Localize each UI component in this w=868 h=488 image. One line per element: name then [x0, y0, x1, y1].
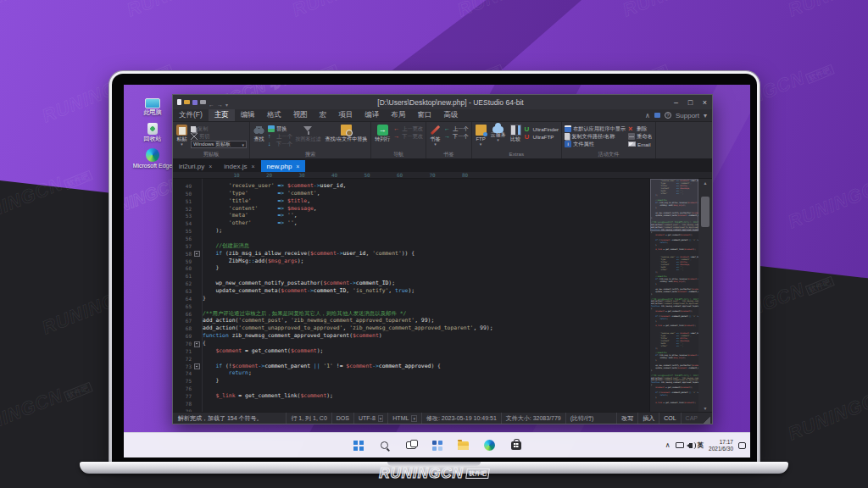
start-button[interactable]: [350, 437, 367, 454]
tray-monitor-icon[interactable]: [676, 442, 684, 448]
fold-margin: [192, 242, 203, 250]
notification-center-icon[interactable]: [738, 442, 746, 449]
next-bookmark-button[interactable]: 下一个: [444, 133, 469, 140]
resize-grip[interactable]: [704, 417, 710, 424]
rename-file-button[interactable]: 重命名: [628, 133, 653, 140]
clipboard-select[interactable]: Windows 剪贴板▾: [191, 141, 247, 148]
store-button[interactable]: [508, 437, 525, 454]
replace-button[interactable]: 替换: [268, 125, 292, 132]
tray-chevron-icon[interactable]: ∧: [665, 441, 670, 449]
scrollbar-thumb[interactable]: [701, 197, 709, 227]
qa-caret-down-icon[interactable]: [225, 95, 228, 110]
fold-margin: [192, 235, 203, 242]
help-icon[interactable]: ?: [665, 112, 671, 119]
delete-file-button[interactable]: 删除: [628, 125, 653, 132]
menu-tab-项目[interactable]: 项目: [332, 109, 359, 121]
fold-margin: [192, 302, 203, 310]
code-editor[interactable]: 49 'receive_user' => $comment->user_id,5…: [173, 179, 649, 412]
qa-print-icon[interactable]: [200, 100, 206, 104]
layout-panel-icon[interactable]: [654, 113, 660, 118]
paste-button[interactable]: 粘贴▾: [175, 124, 188, 151]
fold-marker-icon[interactable]: [192, 363, 203, 370]
status-segment[interactable]: HTML▾: [387, 413, 421, 424]
close-tab-icon[interactable]: ×: [209, 164, 212, 169]
copy-path-button[interactable]: 复制文件路径/名称: [565, 133, 626, 140]
tray-clock[interactable]: 17:17 2021/6/30: [709, 439, 733, 452]
menu-tab-编辑[interactable]: 编辑: [235, 109, 261, 121]
compare-button[interactable]: 比较: [509, 124, 522, 151]
status-toggle-COL[interactable]: COL: [659, 413, 680, 424]
qa-undo-icon[interactable]: [209, 95, 214, 110]
minimap-viewport[interactable]: [650, 179, 698, 231]
show-in-default-app-button[interactable]: 在默认应用程序中显示: [565, 125, 626, 132]
menu-tab-主页[interactable]: 主页: [209, 109, 235, 121]
file-properties-button[interactable]: 文件属性: [565, 141, 626, 147]
maximize-button[interactable]: □: [683, 95, 698, 109]
fold-margin: [192, 287, 203, 295]
search-button[interactable]: [376, 437, 393, 454]
file-explorer-button[interactable]: [455, 437, 472, 454]
menu-tab-布局[interactable]: 布局: [385, 109, 411, 121]
edge-button[interactable]: [481, 437, 498, 454]
tray-speaker-icon[interactable]: [689, 443, 693, 448]
menu-tab-文件(F)[interactable]: 文件(F): [173, 109, 209, 121]
scroll-down-icon[interactable]: ▼: [704, 404, 708, 412]
qa-new-file-icon[interactable]: [177, 99, 181, 105]
goto-line-button[interactable]: 转到行: [374, 124, 391, 151]
menu-tab-宏[interactable]: 宏: [314, 109, 333, 121]
minimap[interactable]: 'receive_user' => $comment->user_id, 'ty…: [649, 179, 698, 412]
status-toggle-改写[interactable]: 改写: [616, 413, 637, 424]
scrollbar-track[interactable]: [698, 186, 712, 404]
status-segment[interactable]: 行 1, 列 1, C0: [286, 413, 331, 424]
desktop-icon-recycle-bin[interactable]: 回收站: [129, 119, 176, 141]
close-tab-icon[interactable]: ×: [296, 164, 299, 169]
scroll-up-icon[interactable]: ▲: [704, 179, 708, 186]
desktop-icon-edge[interactable]: Microsoft Edge: [129, 147, 176, 169]
fold-marker-icon[interactable]: [192, 340, 203, 347]
email-file-button[interactable]: Email: [628, 141, 653, 147]
minimize-button[interactable]: –: [669, 95, 683, 109]
close-tab-icon[interactable]: ×: [251, 164, 254, 169]
task-view-button[interactable]: [403, 437, 420, 454]
status-segment[interactable]: (比特/行): [565, 413, 598, 424]
title-bar[interactable]: [D:\Users\Desktop\new.php] - UEStudio 64…: [173, 95, 712, 109]
code-line: 72: [173, 355, 649, 363]
bookmark-button[interactable]: 书签▾: [429, 124, 442, 151]
status-toggle-CAP[interactable]: CAP: [681, 413, 702, 424]
menu-tab-窗口[interactable]: 窗口: [411, 109, 437, 121]
menu-tab-高级[interactable]: 高级: [437, 109, 464, 121]
menu-tab-格式[interactable]: 格式: [261, 109, 287, 121]
find-button[interactable]: 查找: [253, 124, 265, 151]
support-link[interactable]: Support: [676, 112, 699, 119]
menu-tab-编译[interactable]: 编译: [359, 109, 385, 121]
ftp-button[interactable]: FTP▾: [475, 124, 487, 151]
cloud-button[interactable]: 云服务▾: [490, 124, 507, 151]
file-tab-index.js[interactable]: index.js×: [218, 160, 260, 172]
find-in-files-button[interactable]: 查找/在文件中替换: [325, 124, 369, 151]
qa-redo-icon[interactable]: [217, 95, 223, 110]
ultrafinder-button[interactable]: UltraFinder: [525, 125, 559, 132]
support-caret-icon[interactable]: ▾: [704, 112, 707, 119]
i-prev-bookmark-icon: [444, 125, 451, 132]
vertical-scrollbar[interactable]: ▲ ▼: [698, 179, 712, 412]
i-email-icon: [628, 141, 636, 147]
status-segment[interactable]: 文件大小: 32083/779: [501, 413, 565, 424]
desktop-icon-this-pc[interactable]: 此电脑: [129, 93, 176, 115]
tray-ime-indicator[interactable]: 英: [698, 441, 704, 450]
status-toggle-插入[interactable]: 插入: [637, 413, 659, 424]
status-segment[interactable]: 修改: 2023-05-19 10:49:51: [421, 413, 501, 424]
status-segment[interactable]: UTF-8▾: [353, 413, 387, 424]
qa-save-icon[interactable]: [192, 100, 198, 105]
status-segment[interactable]: DOS: [331, 413, 353, 424]
code-line: 60 }: [173, 264, 649, 272]
ultraftp-button[interactable]: UltraFTP: [525, 133, 559, 140]
file-tab-new.php[interactable]: new.php×: [261, 160, 306, 172]
close-button[interactable]: ×: [698, 95, 712, 109]
prev-bookmark-button[interactable]: 上一个: [444, 125, 469, 132]
fold-marker-icon[interactable]: [192, 250, 203, 258]
menu-tab-视图[interactable]: 视图: [287, 109, 314, 121]
qa-open-icon[interactable]: [184, 100, 190, 104]
widgets-button[interactable]: [429, 437, 446, 454]
file-tab-iri2uri.py[interactable]: iri2uri.py×: [173, 160, 218, 172]
collapse-ribbon-icon[interactable]: ∧: [645, 112, 650, 119]
